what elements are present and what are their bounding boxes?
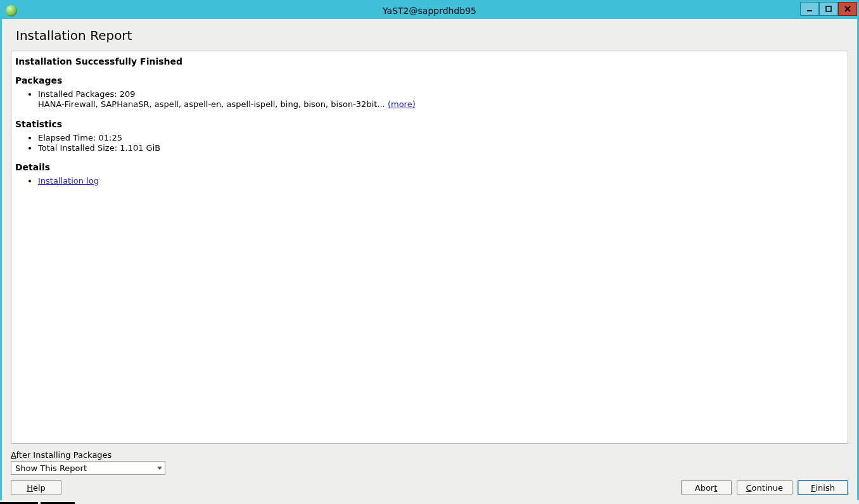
close-icon	[844, 5, 851, 13]
list-item: Installation log	[38, 176, 844, 186]
mnemonic: H	[27, 483, 33, 493]
dropdown-selected: Show This Report	[15, 463, 87, 473]
details-heading: Details	[15, 162, 844, 172]
chevron-down-icon	[157, 467, 162, 470]
elapsed-time: Elapsed Time: 01:25	[38, 133, 122, 142]
titlebar: YaST2@sapprdhdb95	[2, 2, 857, 19]
window-controls	[800, 2, 857, 16]
report-panel: Installation Successfully Finished Packa…	[11, 51, 848, 444]
report-heading: Installation Successfully Finished	[15, 56, 844, 66]
mnemonic: F	[811, 483, 815, 493]
mnemonic: C	[746, 483, 752, 493]
more-link[interactable]: (more)	[388, 99, 416, 109]
after-install-label: After Installing Packages	[11, 450, 848, 460]
maximize-icon	[825, 5, 832, 13]
installed-packages-names: HANA-Firewall, SAPHanaSR, aspell, aspell…	[38, 99, 388, 109]
mnemonic: t	[714, 483, 717, 493]
after-install-section: After Installing Packages Show This Repo…	[11, 450, 848, 475]
minimize-button[interactable]	[800, 2, 819, 16]
minimize-icon	[806, 5, 813, 13]
statistics-heading: Statistics	[15, 119, 844, 129]
svg-rect-1	[826, 6, 831, 11]
installed-packages-count: Installed Packages: 209	[38, 89, 136, 99]
page-title: Installation Report	[16, 28, 846, 43]
details-list: Installation log	[38, 176, 844, 186]
window-frame: YaST2@sapprdhdb95 Installation Report In…	[0, 0, 859, 500]
button-row: Help Abort Continue Finish	[11, 480, 848, 495]
packages-list: Installed Packages: 209 HANA-Firewall, S…	[38, 89, 844, 110]
abort-button[interactable]: Abort	[681, 480, 732, 495]
statistics-list: Elapsed Time: 01:25 Total Installed Size…	[38, 133, 844, 154]
packages-heading: Packages	[15, 75, 844, 85]
continue-button[interactable]: Continue	[737, 480, 792, 495]
after-install-dropdown[interactable]: Show This Report	[11, 461, 165, 475]
total-installed-size: Total Installed Size: 1.101 GiB	[38, 143, 160, 153]
close-button[interactable]	[838, 2, 857, 16]
installation-log-link[interactable]: Installation log	[38, 176, 99, 186]
list-item: Total Installed Size: 1.101 GiB	[38, 143, 844, 153]
finish-button[interactable]: Finish	[798, 480, 848, 495]
list-item: Installed Packages: 209 HANA-Firewall, S…	[38, 89, 844, 110]
list-item: Elapsed Time: 01:25	[38, 133, 844, 143]
page: Installation Report Installation Success…	[11, 23, 848, 495]
maximize-button[interactable]	[819, 2, 838, 16]
app-icon	[6, 5, 17, 16]
window-title: YaST2@sapprdhdb95	[2, 6, 857, 16]
client-area: Installation Report Installation Success…	[2, 19, 857, 500]
help-button[interactable]: Help	[11, 480, 61, 495]
